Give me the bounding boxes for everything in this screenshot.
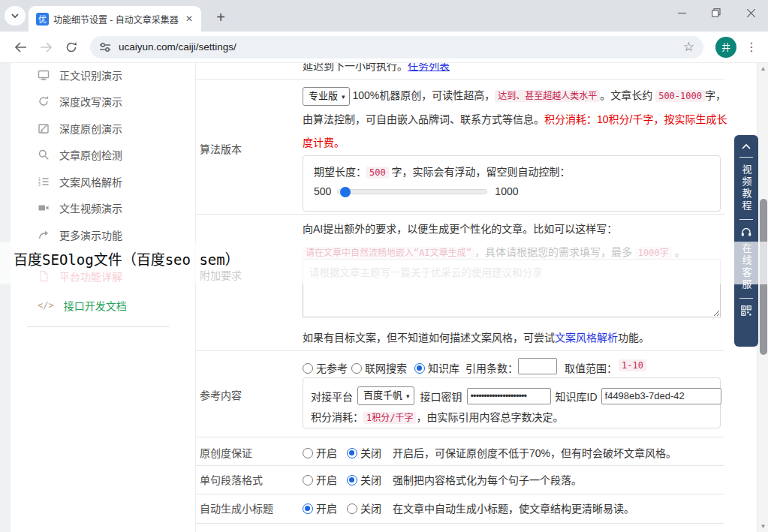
sidebar-divider (27, 326, 170, 327)
field-label-sentence-format: 单句段落格式 (200, 472, 263, 487)
radio-icon[interactable] (347, 475, 357, 485)
qr-code-icon[interactable] (741, 305, 751, 316)
tab-search-chevron[interactable] (5, 6, 26, 26)
sidebar-item-label: 接口开发文档 (64, 298, 127, 313)
sidebar-item-check[interactable]: 文章原创检测 (38, 147, 122, 162)
restore-icon (712, 8, 721, 17)
sidebar-item-api-docs[interactable]: </> 接口开发文档 (38, 298, 127, 313)
overlay-tooltip-text: 百度SEOlog文件（百度seo sem） (14, 248, 239, 269)
desc-text: 100%机器原创，可读性超高， (352, 89, 495, 101)
radio-icon[interactable] (303, 363, 313, 374)
reload-button[interactable] (59, 35, 84, 60)
minimize-icon (678, 9, 686, 17)
originality-on-radio[interactable]: 开启 (303, 445, 337, 460)
length-label-suffix: 字，实际会有浮动，留空则自动控制： (389, 166, 571, 178)
kb-credit-row: 积分消耗：1积分/千字，由实际引用内容总字数决定。 (311, 409, 563, 424)
headset-icon[interactable] (740, 227, 752, 236)
back-button[interactable] (8, 35, 33, 60)
radio-label: 知识库 (428, 362, 459, 374)
page-scrollbar[interactable]: ▲ ▼ (757, 63, 768, 532)
credit-value: 1积分/千字 (363, 412, 416, 424)
sidebar-item-original[interactable]: 深度原创演示 (38, 121, 122, 136)
length-label: 期望长度： (314, 166, 366, 178)
algorithm-version-value: 专业版 (309, 90, 338, 101)
tab-close-icon[interactable]: ✕ (183, 14, 195, 24)
range-value: 1-10 (619, 359, 646, 371)
site-settings-icon (99, 42, 111, 53)
sidebar-item-label: 正文识别演示 (59, 68, 122, 83)
bookmark-star-icon[interactable]: ☆ (683, 39, 694, 55)
close-icon (747, 9, 755, 17)
desc-text: 向AI提出额外的要求，以便生成更个性化的文章。比如可以这样写： (303, 223, 617, 235)
sentence-off-radio[interactable]: 关闭 (347, 472, 381, 487)
slider-max-label: 1000 (495, 185, 518, 197)
sidebar-item-content-detect[interactable]: 正文识别演示 (38, 68, 122, 83)
radio-icon[interactable] (303, 475, 313, 485)
originality-desc: 开启后，可保证原创度不低于70%，但有时会破坏文章风格。 (393, 445, 676, 460)
length-slider[interactable] (337, 189, 487, 194)
new-tab-button[interactable]: + (210, 7, 231, 28)
style-analysis-link[interactable]: 文案风格解析 (555, 332, 618, 344)
page-content: 正文识别演示 深度改写演示 深度原创演示 文章原创检测 123 文案风格解析 文… (0, 63, 768, 532)
tab-strip: 优 功能细节设置 - 自动文章采集器 ✕ + (0, 0, 768, 32)
slider-thumb[interactable] (340, 187, 351, 197)
profile-avatar[interactable]: 井 (715, 37, 736, 58)
sidebar-item-label: 文案风格解析 (59, 174, 122, 189)
sidebar-item-label: 深度改写演示 (59, 94, 122, 109)
length-slider-row: 500 1000 (314, 185, 519, 197)
radio-icon[interactable] (303, 448, 313, 458)
sidebar-item-video[interactable]: 文生视频演示 (38, 200, 122, 215)
share-arrow-icon (38, 229, 50, 241)
toolbar-divider (739, 219, 753, 220)
url-text[interactable]: ucaiyun.com/caiji/settings/ (119, 41, 683, 53)
sidebar-item-rewrite[interactable]: 深度改写演示 (38, 94, 122, 109)
reload-icon (65, 41, 77, 53)
sidebar-item-style[interactable]: 123 文案风格解析 (38, 174, 122, 189)
collapse-up-icon[interactable] (740, 143, 752, 150)
sentence-on-radio[interactable]: 开启 (303, 472, 337, 487)
sentence-desc: 强制把内容格式化为每个句子一个段落。 (393, 472, 582, 487)
row-divider (195, 437, 724, 437)
field-label-originality: 原创度保证 (200, 445, 252, 460)
algorithm-version-select[interactable]: 专业版▾ (303, 87, 350, 106)
select-caret-icon: ▾ (406, 392, 410, 400)
range-label: 取值范围： (565, 360, 617, 375)
address-bar[interactable]: ucaiyun.com/caiji/settings/ ☆ (90, 36, 703, 59)
video-camera-icon (38, 202, 50, 214)
desc-text: 。文章长约 (600, 89, 655, 101)
radio-icon[interactable] (303, 503, 313, 514)
radio-label: 开启 (316, 447, 337, 459)
radio-icon[interactable] (351, 363, 362, 374)
style-hint: 如果有目标文案，但不知道如何描述文案风格，可尝试文案风格解析功能。 (303, 330, 727, 345)
row-divider (195, 523, 724, 524)
radio-label: 无参考 (316, 362, 348, 374)
originality-off-radio[interactable]: 关闭 (347, 445, 381, 460)
length-box-text: 期望长度：500 字，实际会有浮动，留空则自动控制： (314, 164, 571, 179)
browser-tab[interactable]: 优 功能细节设置 - 自动文章采集器 ✕ (29, 6, 201, 32)
sidebar-item-more[interactable]: 更多演示功能 (38, 227, 122, 242)
quote-count-input[interactable] (518, 358, 557, 374)
video-tutorial-button[interactable]: 视频教程 (739, 164, 754, 212)
close-button[interactable] (733, 0, 768, 26)
platform-select[interactable]: 百度千帆▾ (357, 386, 414, 405)
radio-icon[interactable] (414, 363, 425, 374)
radio-icon[interactable] (347, 448, 357, 458)
restore-button[interactable] (699, 0, 733, 26)
api-secret-input[interactable] (467, 388, 551, 404)
scroll-down-icon[interactable]: ▼ (757, 523, 768, 530)
subtitle-on-radio[interactable]: 开启 (303, 500, 337, 515)
radio-no-reference[interactable]: 无参考 (303, 360, 348, 375)
task-list-link[interactable]: 任务列表 (408, 63, 450, 72)
radio-icon[interactable] (347, 503, 357, 514)
kb-config-row: 对接平台 百度千帆▾ 接口密钥 知识库ID (311, 386, 721, 405)
radio-knowledge-base[interactable]: 知识库 (414, 360, 459, 375)
browser-menu-icon[interactable]: ⋮ (742, 40, 760, 54)
scroll-up-icon[interactable]: ▲ (757, 65, 768, 72)
monitor-icon (38, 69, 50, 81)
kb-id-input[interactable] (601, 388, 721, 404)
subtitle-off-radio[interactable]: 关闭 (347, 500, 381, 515)
forward-button[interactable] (33, 35, 59, 60)
minimize-button[interactable] (664, 0, 699, 26)
radio-web-search[interactable]: 联网搜索 (351, 360, 407, 375)
radio-label: 关闭 (360, 474, 381, 486)
